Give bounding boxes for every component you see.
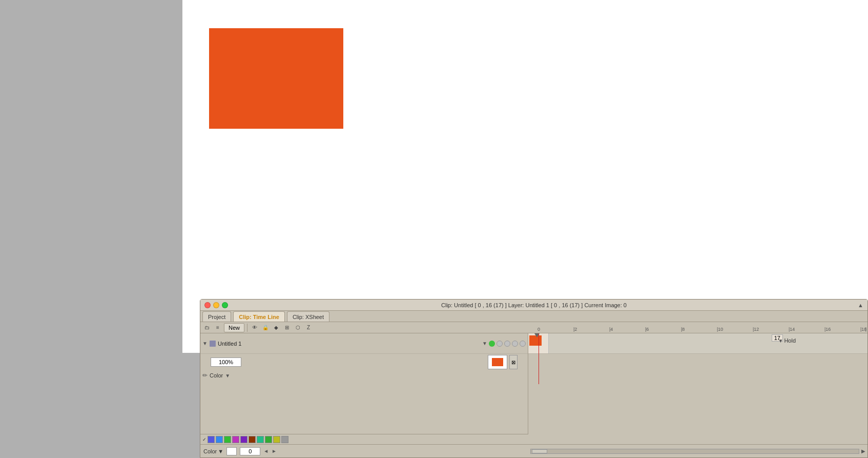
stack-icon[interactable]: ≡	[213, 323, 222, 332]
pencil-icon: ✏	[202, 372, 208, 379]
separator-1	[247, 324, 247, 332]
layer-dot-4[interactable]	[512, 341, 518, 347]
keyframe-icon[interactable]: ⬡	[293, 323, 302, 332]
grid-icon[interactable]: ⊞	[282, 323, 292, 332]
ruler-tick-0: 0	[538, 327, 540, 332]
ruler-tick-14: |14	[789, 327, 795, 332]
layer-visibility-dot[interactable]	[489, 341, 495, 347]
new-button[interactable]: New	[224, 323, 244, 332]
ruler-tick-10: |10	[717, 327, 723, 332]
checkmark-icon: ✓	[202, 437, 206, 442]
diamond-icon[interactable]: ◆	[272, 323, 281, 332]
layer-type-icon	[210, 341, 216, 347]
ruler-tick-2: |2	[573, 327, 577, 332]
scroll-arrow-right[interactable]: ▶	[861, 448, 865, 454]
timeline-track-1: 17 ▼ Hold	[528, 333, 867, 354]
color-chip-teal[interactable]	[257, 436, 264, 443]
maximize-button[interactable]	[222, 302, 228, 308]
layer-dropdown-arrow[interactable]: ▼	[482, 341, 487, 346]
color-chip-brown[interactable]	[249, 436, 256, 443]
tabs-row: Project Clip: Time Line Clip: XSheet	[200, 311, 867, 322]
color-chip-yellow[interactable]	[273, 436, 280, 443]
ruler-tick-12: |12	[753, 327, 759, 332]
layer-dot-2[interactable]	[497, 341, 503, 347]
scrollbar-track[interactable]	[530, 449, 859, 454]
color-chip-green[interactable]	[224, 436, 231, 443]
arrow-right[interactable]: ►	[272, 448, 277, 454]
arrow-left[interactable]: ◄	[263, 448, 268, 454]
minimize-button[interactable]	[213, 302, 219, 308]
opacity-row: ⊠	[200, 354, 528, 370]
opacity-input[interactable]	[211, 357, 241, 367]
timeline-empty-area	[528, 354, 867, 444]
color-chip-lightblue[interactable]	[216, 436, 223, 443]
layer-name[interactable]: Untitled 1	[218, 341, 480, 347]
color-chip-blue[interactable]	[208, 436, 215, 443]
color-swatch[interactable]	[226, 447, 237, 455]
layer-thumbnail	[488, 355, 507, 369]
layer-thumb-color	[492, 358, 503, 366]
layer-dot-3[interactable]	[504, 341, 510, 347]
layer-expand-icon[interactable]: ▼	[202, 341, 208, 346]
bottom-panel: Clip: Untitled [ 0 , 16 (17) ] Layer: Un…	[200, 299, 868, 458]
timeline-scrollbar[interactable]: ▶	[528, 444, 867, 457]
color-chip-green2[interactable]	[265, 436, 272, 443]
color-mode-dropdown[interactable]: Color ▼	[203, 448, 223, 454]
playhead-line	[539, 333, 539, 384]
layer-row: ▼ Untitled 1 ▼	[200, 333, 528, 354]
window-controls	[204, 302, 228, 308]
lock-icon[interactable]: 🔒	[261, 323, 270, 332]
tab-timeline[interactable]: Clip: Time Line	[233, 311, 285, 322]
ruler-numbers: 0 |2 |4 |6 |8 |10 |12 |14 |16 |18 |20 |	[528, 322, 867, 333]
color-row: ✏ Color ▼	[200, 370, 528, 381]
hold-label: ▼ Hold	[778, 337, 796, 344]
left-sidebar	[0, 0, 182, 353]
layer-panel: ▼ Untitled 1 ▼ ⊠ ✏ Color ▼	[200, 333, 528, 444]
collapse-button[interactable]: ▲	[858, 302, 863, 308]
eye-icon[interactable]: 👁	[250, 323, 259, 332]
canvas-orange-rect	[209, 28, 343, 129]
ruler-tick-8: |8	[681, 327, 685, 332]
timeline-ruler: 0 |2 |4 |6 |8 |10 |12 |14 |16 |18 |20 |	[528, 322, 867, 333]
ruler-tick-end: |	[865, 327, 866, 332]
color-chip-purple[interactable]	[240, 436, 247, 443]
title-bar: Clip: Untitled [ 0 , 16 (17) ] Layer: Un…	[200, 300, 867, 311]
close-button[interactable]	[204, 302, 211, 308]
ruler-tick-6: |6	[645, 327, 649, 332]
scrollbar-thumb[interactable]	[532, 449, 547, 453]
layer-dot-5[interactable]	[520, 341, 526, 347]
color-label: Color	[210, 372, 223, 379]
folder-icon[interactable]: 🗀	[202, 323, 212, 332]
frame-value-input[interactable]	[240, 447, 260, 455]
tab-project[interactable]: Project	[202, 311, 231, 322]
ruler-tick-16: |16	[824, 327, 831, 332]
color-dropdown-arrow[interactable]: ▼	[225, 373, 230, 379]
title-text: Clip: Untitled [ 0 , 16 (17) ] Layer: Un…	[441, 302, 627, 308]
color-chip-gray[interactable]	[281, 436, 288, 443]
layer-controls: ▼	[482, 341, 526, 347]
color-chips-row: ✓	[200, 434, 528, 444]
color-chip-magenta[interactable]	[232, 436, 239, 443]
layer-thumb-button[interactable]: ⊠	[509, 355, 518, 369]
tab-xsheet[interactable]: Clip: XSheet	[287, 311, 329, 322]
ruler-tick-4: |4	[609, 327, 613, 332]
z-label[interactable]: Z	[304, 323, 313, 332]
